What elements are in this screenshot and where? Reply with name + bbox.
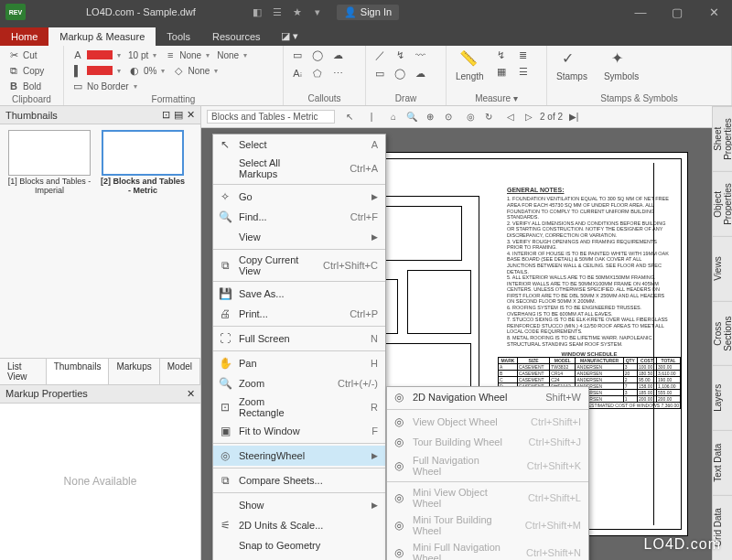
draw-cloud-button[interactable]: ☁ [412, 66, 428, 81]
maximize-button[interactable]: ▢ [659, 0, 695, 24]
tab-thumbnails[interactable]: Thumbnails [47, 359, 110, 384]
font-color-button[interactable]: A▾ [70, 48, 123, 62]
tab-model[interactable]: Model [160, 359, 200, 384]
menu-select[interactable]: ↖SelectA [213, 135, 385, 155]
submenu-2d-navigation-wheel[interactable]: ◎2D Navigation WheelShift+W [387, 387, 588, 407]
qat-icon[interactable]: ☰ [271, 5, 284, 18]
prev-page-icon[interactable]: ◁ [503, 110, 518, 124]
zoom-icon[interactable]: ⊕ [423, 110, 437, 124]
minimize-button[interactable]: — [622, 0, 659, 24]
pane-menu-icon[interactable]: ▤ [174, 109, 183, 121]
measure-polyline-button[interactable]: ↯ [493, 48, 510, 62]
callout-text-button[interactable]: Aᵢ [289, 66, 306, 81]
qat-icon[interactable]: ◧ [251, 5, 264, 18]
lineweight-icon: ≡ [164, 48, 177, 61]
font-size-dropdown[interactable]: 10 pt▾ [126, 48, 158, 62]
page-nav-icon[interactable]: ▶| [566, 110, 581, 124]
border-dropdown[interactable]: ▭No Border▾ [70, 79, 139, 93]
home-view-icon[interactable]: ⌂ [386, 110, 401, 124]
menu-zoom-rectangle[interactable]: ⊡Zoom RectangleR [213, 393, 385, 421]
thumbnail-item[interactable]: [2] Blocks and Tables - Metric [99, 130, 187, 196]
menu-save-as[interactable]: 💾Save As... [213, 284, 385, 304]
menu-steering-wheel[interactable]: ◎SteeringWheel▶ [213, 446, 385, 466]
pane-close-icon[interactable]: ✕ [187, 388, 195, 400]
menu-go[interactable]: ✧Go▶ [213, 187, 385, 207]
vtab-sheet-properties[interactable]: Sheet Properties [713, 106, 732, 171]
cut-button[interactable]: ✂Cut [5, 48, 39, 62]
tab-resources[interactable]: Resources [201, 27, 272, 46]
draw-rect-button[interactable]: ▭ [371, 66, 388, 81]
vtab-cross-sections[interactable]: Cross Sections [713, 301, 732, 366]
menu-zoom[interactable]: 🔍ZoomCtrl+(+/-) [213, 373, 385, 393]
callout-cloud-button[interactable]: ☁ [329, 48, 346, 62]
highlight-button[interactable]: ▌▾ [70, 63, 123, 78]
draw-polyline-button[interactable]: ↯ [392, 48, 408, 62]
menu-fit-to-window[interactable]: ▣Fit to WindowF [213, 421, 385, 441]
tab-list-view[interactable]: List View [0, 359, 47, 384]
qat-icon[interactable]: ★ [291, 5, 304, 18]
draw-free-button[interactable]: 〰 [412, 48, 428, 62]
vtab-layers[interactable]: Layers [713, 365, 732, 430]
lineweight-dropdown[interactable]: ≡None▾ [162, 48, 211, 62]
menu-options[interactable]: Options... [213, 555, 385, 560]
panel-label[interactable]: Measure ▾ [452, 92, 541, 105]
vtab-text-data[interactable]: Text Data [713, 430, 732, 495]
callout-poly-button[interactable]: ⬠ [309, 66, 326, 81]
sheet-dropdown[interactable]: Blocks and Tables - Metric [207, 110, 335, 124]
thumbnails-header: Thumbnails ⊡ ▤ ✕ [0, 106, 200, 124]
callout-more-button[interactable]: ⋯ [329, 66, 346, 81]
fill-dropdown[interactable]: ◇None▾ [170, 63, 220, 78]
tab-markup-measure[interactable]: Markup & Measure [48, 27, 156, 46]
draw-ellipse-button[interactable]: ◯ [392, 66, 408, 81]
symbols-button[interactable]: ✦ Symbols [600, 48, 642, 83]
tab-tools[interactable]: Tools [156, 27, 201, 46]
wheel-icon: ◎ [391, 490, 407, 505]
context-menu: ↖SelectA Select All MarkupsCtrl+A ✧Go▶ 🔍… [212, 134, 386, 560]
sidebar: Thumbnails ⊡ ▤ ✕ [1] Blocks and Tables -… [0, 106, 201, 560]
menu-view[interactable]: View▶ [213, 227, 385, 247]
tab-markups[interactable]: Markups [109, 359, 159, 384]
draw-line-button[interactable]: ／ [371, 48, 388, 62]
menu-copy-current-view[interactable]: ⧉Copy Current ViewCtrl+Shift+C [213, 252, 385, 279]
stamps-button[interactable]: ✓ Stamps [553, 48, 591, 83]
close-button[interactable]: ✕ [695, 0, 732, 24]
separator: | [364, 110, 379, 124]
copy-button[interactable]: ⧉Copy [5, 63, 46, 78]
menu-print[interactable]: 🖨Print...Ctrl+P [213, 304, 385, 324]
measure-tools-button[interactable]: ☰ [515, 64, 532, 79]
watermark: LO4D.com [644, 536, 721, 553]
sign-in-button[interactable]: 👤 Sign In [337, 5, 399, 20]
tab-home[interactable]: Home [0, 27, 48, 46]
next-page-icon[interactable]: ▷ [522, 110, 536, 124]
pane-close-icon[interactable]: ✕ [187, 109, 195, 121]
callout-ellipse-button[interactable]: ◯ [309, 48, 326, 62]
menu-snap-to-geometry[interactable]: Snap to Geometry [213, 535, 385, 555]
length-button[interactable]: 📏 Length [452, 48, 488, 83]
vtab-object-properties[interactable]: Object Properties [713, 171, 732, 236]
ellipse-icon: ◯ [393, 67, 406, 80]
thumbnails-list: [1] Blocks and Tables - Imperial [2] Blo… [0, 124, 200, 201]
cursor-icon[interactable]: ↖ [342, 110, 357, 124]
menu-pan[interactable]: ✋PanH [213, 353, 385, 373]
orbit-icon[interactable]: ↻ [481, 110, 496, 124]
transparency-dropdown[interactable]: ◐0%▾ [126, 63, 167, 78]
menu-select-all-markups[interactable]: Select All MarkupsCtrl+A [213, 155, 385, 182]
thumbnail-item[interactable]: [1] Blocks and Tables - Imperial [5, 130, 93, 196]
menu-find[interactable]: 🔍Find...Ctrl+F [213, 207, 385, 227]
tab-more[interactable]: ◪ ▾ [272, 27, 307, 46]
zoom-extents-icon[interactable]: ⊙ [441, 110, 456, 124]
qat-icon[interactable]: ▾ [311, 5, 324, 18]
zoom-window-icon[interactable]: 🔍 [404, 110, 419, 124]
menu-2d-units-scale[interactable]: ⚟2D Units & Scale... [213, 515, 385, 535]
bold-button[interactable]: BBold [5, 79, 43, 93]
menu-full-screen[interactable]: ⛶Full ScreenN [213, 328, 385, 349]
wheel-icon[interactable]: ◎ [463, 110, 478, 124]
vtab-views[interactable]: Views [713, 236, 732, 301]
menu-show[interactable]: Show▶ [213, 495, 385, 515]
measure-area-button[interactable]: ▦ [493, 64, 510, 79]
menu-compare-sheets[interactable]: ⧉Compare Sheets... [213, 470, 385, 490]
pane-pin-icon[interactable]: ⊡ [162, 109, 170, 121]
measure-more-button[interactable]: ≣ [515, 48, 532, 62]
linetype-dropdown[interactable]: None▾ [215, 48, 249, 62]
callout-rect-button[interactable]: ▭ [289, 48, 306, 62]
